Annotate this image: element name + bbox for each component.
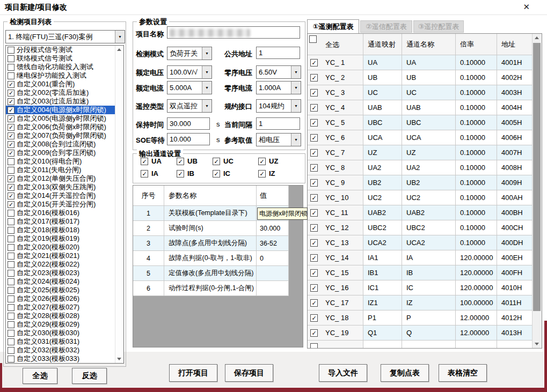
telemetry-row[interactable]: ✓ YC_ 14 IA1 IA 120.00000 400EH: [308, 250, 542, 265]
channel-toggle[interactable]: ✓ UA: [141, 157, 177, 165]
cell-channel-name[interactable]: UB2: [402, 175, 456, 190]
checkbox[interactable]: ✓: [8, 90, 14, 97]
checkbox[interactable]: ✓: [8, 150, 14, 157]
cell-channel-map[interactable]: UC: [363, 85, 402, 100]
cell-channel-map[interactable]: UA: [363, 55, 402, 70]
scroll-up-icon[interactable]: [117, 48, 121, 51]
telemetry-row[interactable]: ✓ YC_ 17 IZ1 IZ 100.00000 4011H: [308, 295, 542, 310]
cell-channel-map[interactable]: UB2: [363, 175, 402, 190]
cell-address[interactable]: 400AH: [497, 190, 534, 205]
cell-channel-name[interactable]: UZ: [402, 145, 456, 160]
project-list-item[interactable]: ✓ 自定义025(模板025): [6, 286, 123, 294]
telemetry-row[interactable]: ✓ YC_ 7 UZ UZ 0.10000 4007H: [308, 145, 542, 160]
cell-channel-name[interactable]: IA: [402, 250, 456, 265]
cell-channel-map[interactable]: P1: [363, 310, 402, 326]
project-list-item[interactable]: ✓ 自定义028(模板028): [6, 312, 123, 320]
telemetry-row[interactable]: ✓ YC_ 13 UCA2 UCA2 0.10000 400DH: [308, 235, 542, 250]
cell-address[interactable]: 400BH: [497, 205, 534, 220]
footer-button[interactable]: 导入文件: [319, 364, 367, 382]
checkbox[interactable]: ✓: [8, 81, 14, 88]
channel-toggle[interactable]: ✓ IB: [177, 169, 213, 177]
project-list[interactable]: ✓ 分段模式信号测试 ✓ 联络模式信号测试 ✓ 馈线自动化功能投入测试 ✓ 继电…: [5, 45, 124, 364]
select-all-checkbox[interactable]: [309, 35, 317, 43]
project-list-item[interactable]: ✓ 分段模式信号测试: [6, 46, 123, 54]
cell-address[interactable]: 4012H: [497, 310, 534, 326]
cell-channel-name[interactable]: UA2: [402, 160, 456, 175]
project-list-item[interactable]: ✓ 自定义029(模板029): [6, 320, 123, 329]
channel-toggle[interactable]: ✓ IA: [141, 169, 177, 177]
cell-address[interactable]: 4013H: [497, 326, 534, 341]
chevron-down-icon[interactable]: ▼: [291, 100, 301, 112]
checkbox[interactable]: ✓: [310, 314, 318, 322]
cell-channel-name[interactable]: UBC: [402, 115, 456, 130]
telemetry-row[interactable]: ✓ YC_ 5 UBC UBC 0.10000 4005H: [308, 115, 542, 130]
chevron-down-icon[interactable]: ▼: [202, 100, 211, 112]
channel-toggle[interactable]: ✓ UC: [213, 157, 258, 165]
telemetry-row[interactable]: ✓ YC_ 1 UA UA 0.10000 4001H: [308, 55, 542, 70]
list-scrollbar[interactable]: [115, 46, 123, 363]
chevron-down-icon[interactable]: ▼: [291, 134, 301, 146]
param-table-row[interactable]: 2 试验时间(s) 30.000: [133, 221, 303, 236]
checkbox[interactable]: ✓: [8, 115, 14, 122]
cell-ratio[interactable]: 0.10000: [456, 235, 497, 250]
chevron-down-icon[interactable]: ▼: [291, 66, 301, 78]
cell-ratio[interactable]: 12.00000: [456, 326, 497, 341]
checkbox[interactable]: ✓: [8, 167, 14, 174]
checkbox[interactable]: ✓: [8, 158, 14, 165]
project-name-input[interactable]: [167, 26, 300, 39]
telemetry-row[interactable]: ✓ YC_ 9 UB2 UB2 0.10000 4009H: [308, 175, 542, 190]
checkbox[interactable]: ✓: [8, 356, 14, 363]
close-icon[interactable]: ✕: [523, 2, 530, 12]
checkbox[interactable]: ✓: [8, 210, 14, 217]
project-list-item[interactable]: ✓ 自定义020(模板020): [6, 243, 123, 252]
checkbox[interactable]: ✓: [8, 175, 14, 182]
cell-ratio[interactable]: 0.10000: [456, 130, 497, 145]
table-scrollbar[interactable]: [532, 34, 542, 348]
checkbox[interactable]: ✓: [8, 193, 14, 199]
cell-channel-name[interactable]: UB: [402, 70, 456, 85]
checkbox[interactable]: ✓: [8, 64, 14, 71]
cell-channel-name[interactable]: Q: [402, 326, 456, 341]
cell-ratio[interactable]: 120.00000: [456, 265, 497, 280]
checkbox[interactable]: ✓: [310, 179, 318, 187]
cell-address[interactable]: 4005H: [497, 115, 534, 130]
checkbox[interactable]: ✓: [213, 170, 220, 177]
cell-channel-name[interactable]: IZ: [402, 295, 456, 310]
soe-wait-input[interactable]: [167, 133, 210, 145]
checkbox[interactable]: ✓: [310, 209, 318, 217]
telemetry-row[interactable]: ✓ YC_ 15 IB1 IB 120.00000 400FH: [308, 265, 542, 280]
cell-value[interactable]: 30.000: [257, 221, 289, 236]
cell-ratio[interactable]: 0.10000: [456, 160, 497, 175]
checkbox[interactable]: ✓: [8, 287, 14, 294]
checkbox[interactable]: ✓: [8, 47, 14, 54]
project-list-item[interactable]: ✓ 自定义013(双侧失压跳闸): [6, 183, 123, 191]
checkbox[interactable]: ✓: [310, 254, 318, 262]
telemetry-row[interactable]: ✓ YC_ 8 UA2 UA2 0.10000 4008H: [308, 160, 542, 175]
cell-channel-map[interactable]: UBC: [363, 115, 402, 130]
project-list-item[interactable]: ✓ 自定义014(开关遥控合闸): [6, 191, 123, 200]
project-list-item[interactable]: ✓ 自定义023(模板023): [6, 269, 123, 277]
checkbox[interactable]: ✓: [8, 304, 14, 311]
project-list-item[interactable]: ✓ 馈线自动化功能投入测试: [6, 63, 123, 71]
cell-ratio[interactable]: 120.00000: [456, 250, 497, 265]
tab-telemetry-config[interactable]: ①遥测配置表: [307, 19, 359, 33]
cell-address[interactable]: 4011H: [497, 295, 534, 310]
project-list-item[interactable]: ✓ 自定义007(负荷侧y时限闭锁): [6, 131, 123, 140]
project-list-item[interactable]: ✓ 自定义018(模板018): [6, 226, 123, 234]
footer-button[interactable]: 打开项目: [169, 364, 217, 382]
cell-channel-map[interactable]: Q1: [363, 326, 402, 341]
checkbox[interactable]: ✓: [310, 239, 318, 247]
cell-channel-map[interactable]: IB1: [363, 265, 402, 280]
project-list-item[interactable]: ✓ 自定义002(零流后加速): [6, 88, 123, 97]
cell-ratio[interactable]: 12.00000: [456, 310, 497, 326]
remote-type-select[interactable]: 双点遥控 ▼: [167, 99, 212, 113]
checkbox[interactable]: ✓: [8, 141, 14, 148]
checkbox[interactable]: ✓: [8, 278, 14, 285]
scroll-up-icon[interactable]: [535, 36, 539, 39]
checkbox[interactable]: ✓: [8, 235, 14, 242]
project-list-item[interactable]: ✓ 自定义026(模板026): [6, 294, 123, 303]
hold-time-input[interactable]: [167, 117, 210, 130]
project-list-item[interactable]: ✓ 自定义011(失电分闸): [6, 166, 123, 174]
project-list-item[interactable]: ✓ 继电保护功能投入测试: [6, 71, 123, 80]
telemetry-row[interactable]: ✓ YC_ 4 UAB UAB 0.10000 4004H: [308, 100, 542, 115]
